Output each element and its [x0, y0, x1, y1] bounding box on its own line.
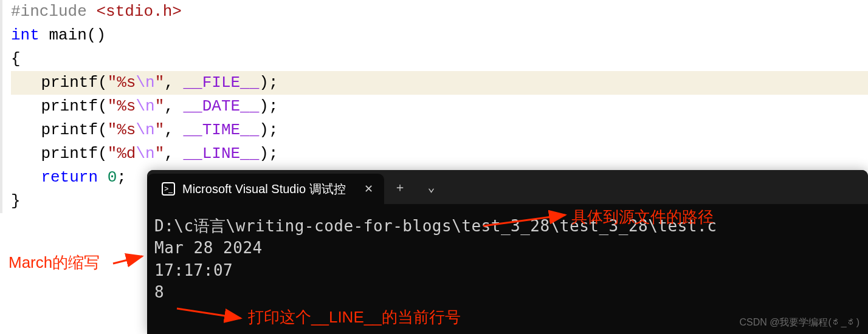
- paren-pair: (): [87, 26, 106, 44]
- code-line-7: printf("%d\n", __LINE__);: [11, 142, 868, 166]
- terminal-icon: >_: [162, 182, 175, 196]
- esc-n: \n: [136, 73, 154, 92]
- macro-line: __LINE__: [183, 145, 259, 163]
- terminal-tab-title: Microsoft Visual Studio 调试控: [182, 181, 346, 197]
- close-icon[interactable]: ✕: [364, 182, 373, 196]
- fmt-str: "%d: [108, 145, 136, 163]
- macro-time: __TIME__: [183, 121, 259, 139]
- code-line-4: printf("%s\n", __FILE__);: [11, 71, 868, 95]
- paren-close-semi: );: [259, 145, 278, 163]
- brace-close: }: [11, 192, 21, 210]
- call-printf: printf: [41, 145, 98, 163]
- code-line-5: printf("%s\n", __DATE__);: [11, 95, 868, 118]
- comma: ,: [164, 73, 183, 92]
- include-header: <stdio.h>: [96, 2, 181, 21]
- esc-n: \n: [136, 97, 154, 115]
- code-line-3: {: [11, 47, 868, 71]
- keyword-int: int: [11, 26, 40, 44]
- paren-open: (: [98, 121, 108, 139]
- output-line: 8: [154, 283, 164, 301]
- code-line-2: int main(): [11, 24, 868, 47]
- fmt-str: "%s: [108, 73, 136, 92]
- tab-actions: ＋ ⌄: [384, 170, 447, 204]
- fmt-close: ": [155, 73, 165, 92]
- terminal-output: D:\c语言\writing-code-for-blogs\test_3_28\…: [147, 204, 868, 308]
- output-path: D:\c语言\writing-code-for-blogs\test_3_28\…: [154, 217, 717, 235]
- output-time: 17:17:07: [154, 261, 233, 279]
- paren-close-semi: );: [259, 97, 278, 115]
- semi: ;: [117, 168, 126, 186]
- comma: ,: [164, 97, 183, 115]
- call-printf: printf: [41, 121, 98, 139]
- terminal-titlebar: >_ Microsoft Visual Studio 调试控 ✕ ＋ ⌄: [147, 170, 868, 204]
- svg-line-1: [113, 256, 142, 264]
- paren-close-semi: );: [259, 121, 278, 139]
- new-tab-button[interactable]: ＋: [384, 170, 416, 204]
- arrow-icon: [112, 251, 148, 270]
- esc-n: \n: [136, 145, 154, 163]
- paren-open: (: [98, 97, 108, 115]
- macro-file: __FILE__: [183, 73, 259, 92]
- annotation-march: March的缩写: [9, 252, 100, 273]
- code-line-1: #include <stdio.h>: [11, 0, 868, 24]
- terminal-tab[interactable]: >_ Microsoft Visual Studio 调试控 ✕: [147, 174, 384, 204]
- fmt-str: "%s: [108, 97, 136, 115]
- terminal-window: >_ Microsoft Visual Studio 调试控 ✕ ＋ ⌄ D:\…: [147, 170, 868, 334]
- num-zero: 0: [108, 168, 117, 186]
- macro-date: __DATE__: [183, 97, 259, 115]
- fmt-str: "%s: [108, 121, 136, 139]
- paren-close-semi: );: [259, 73, 278, 92]
- output-date: Mar 28 2024: [154, 239, 263, 257]
- paren-open: (: [98, 73, 108, 92]
- paren-open: (: [98, 145, 108, 163]
- code-line-6: printf("%s\n", __TIME__);: [11, 118, 868, 142]
- esc-n: \n: [136, 121, 154, 139]
- comma: ,: [164, 121, 183, 139]
- brace-open: {: [11, 50, 21, 68]
- fmt-close: ": [155, 121, 165, 139]
- keyword-return: return: [41, 168, 98, 186]
- watermark: CSDN @我要学编程(ಥ_ಥ): [739, 316, 859, 329]
- call-printf: printf: [41, 97, 98, 115]
- tab-dropdown-button[interactable]: ⌄: [416, 170, 447, 204]
- comma: ,: [164, 145, 183, 163]
- call-printf: printf: [41, 73, 98, 92]
- func-main: main: [49, 26, 86, 44]
- preproc-include: #include: [11, 2, 87, 21]
- fmt-close: ": [155, 97, 165, 115]
- fmt-close: ": [155, 145, 165, 163]
